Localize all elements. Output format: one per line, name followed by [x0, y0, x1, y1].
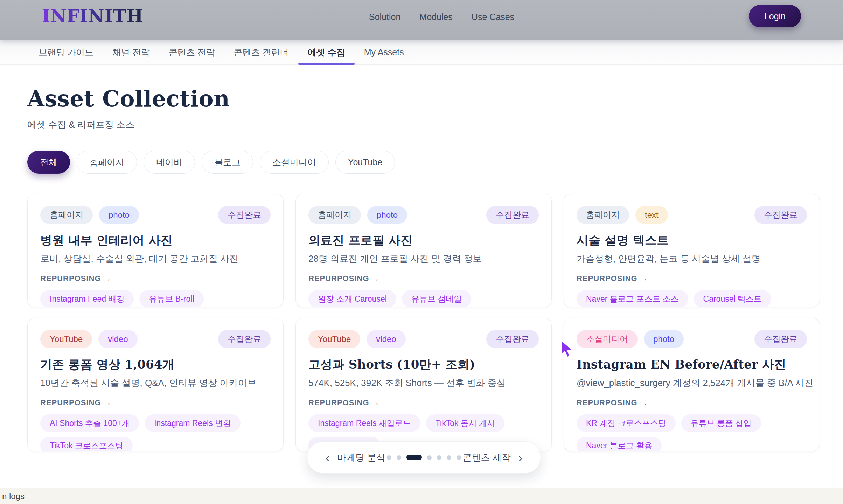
page-title: Asset Collection [27, 86, 821, 112]
asset-card[interactable]: 소셜미디어 photo 수집완료 Instagram EN Before/Aft… [564, 318, 820, 451]
login-button[interactable]: Login [749, 5, 801, 27]
repurposing-chip[interactable]: Carousel 텍스트 [694, 290, 771, 307]
repurposing-chip[interactable]: 유튜브 롱폼 삽입 [681, 414, 761, 432]
tab-my-assets[interactable]: My Assets [355, 40, 413, 64]
repurposing-chip[interactable]: KR 계정 크로스포스팅 [577, 414, 676, 432]
asset-card[interactable]: YouTube video 수집완료 기존 롱폼 영상 1,064개 10년간 … [27, 318, 284, 451]
repurposing-label: REPURPOSING → [40, 398, 271, 407]
card-tag-row: 소셜미디어 photo 수집완료 [577, 330, 807, 348]
card-tag-row: 홈페이지 photo 수집완료 [40, 206, 271, 224]
card-description: @view_plastic_surgery 계정의 2,524개 게시물 중 B… [577, 377, 807, 389]
module-tabbar: 브랜딩 가이드 채널 전략 콘텐츠 전략 콘텐츠 캘린더 에셋 수집 My As… [0, 40, 843, 65]
status-badge: 수집완료 [754, 330, 807, 348]
nav-item-solution[interactable]: Solution [369, 12, 400, 22]
tab-content-calendar[interactable]: 콘텐츠 캘린더 [224, 40, 298, 64]
repurposing-chip-row: KR 계정 크로스포스팅 유튜브 롱폼 삽입 Naver 블로그 활용 [577, 414, 807, 451]
media-type-tag: text [635, 206, 668, 224]
source-tag: 홈페이지 [577, 206, 629, 224]
top-nav: Solution Modules Use Cases [369, 0, 514, 34]
card-title: 병원 내부 인테리어 사진 [40, 232, 271, 248]
bottom-status-bar: n logs [0, 488, 843, 504]
tab-content-strategy[interactable]: 콘텐츠 전략 [159, 40, 224, 64]
carousel-next-link[interactable]: 콘텐츠 제작 [462, 451, 510, 464]
card-title: 시술 설명 텍스트 [577, 232, 807, 248]
media-type-tag: video [98, 330, 137, 348]
repurposing-chip[interactable]: Naver 블로그 활용 [577, 437, 662, 451]
repurposing-label: REPURPOSING → [40, 274, 271, 283]
card-title: 고성과 Shorts (10만+ 조회) [308, 357, 539, 373]
asset-card-grid: 홈페이지 photo 수집완료 병원 내부 인테리어 사진 로비, 상담실, 수… [27, 194, 821, 451]
asset-card[interactable]: 홈페이지 photo 수집완료 병원 내부 인테리어 사진 로비, 상담실, 수… [27, 194, 284, 307]
card-title: Instagram EN Before/After 사진 [577, 357, 807, 373]
repurposing-chip[interactable]: 유튜브 B-roll [139, 290, 203, 307]
carousel-dot-active[interactable] [406, 455, 422, 460]
card-description: 28명 의료진 개인 프로필 사진 및 경력 정보 [308, 253, 539, 265]
brand-logo[interactable]: INFINITH [42, 8, 144, 25]
card-tag-row: YouTube video 수집완료 [40, 330, 271, 348]
source-tag: 홈페이지 [308, 206, 361, 224]
repurposing-label: REPURPOSING → [577, 274, 807, 283]
nav-item-use-cases[interactable]: Use Cases [472, 12, 514, 22]
tab-branding-guide[interactable]: 브랜딩 가이드 [29, 40, 103, 64]
carousel-dot[interactable] [447, 455, 451, 460]
chevron-right-icon[interactable]: › [518, 451, 522, 463]
repurposing-chip[interactable]: AI Shorts 추출 100+개 [40, 414, 139, 432]
chevron-left-icon[interactable]: ‹ [326, 451, 329, 463]
repurposing-label: REPURPOSING → [577, 398, 807, 407]
page-subtitle: 에셋 수집 & 리퍼포징 소스 [27, 119, 821, 131]
carousel-dots [385, 455, 463, 460]
status-badge: 수집완료 [486, 206, 539, 224]
source-tag: YouTube [40, 330, 92, 348]
media-type-tag: photo [367, 206, 407, 224]
carousel-dot[interactable] [387, 455, 391, 460]
repurposing-chip[interactable]: Instagram Reels 변환 [145, 414, 241, 432]
repurposing-chip-row: Naver 블로그 포스트 소스 Carousel 텍스트 광고 카피 [577, 290, 807, 307]
carousel-dot[interactable] [437, 455, 441, 460]
tab-asset-collection[interactable]: 에셋 수집 [298, 40, 355, 64]
footer-logs-text: n logs [2, 491, 25, 501]
source-tag: 소셜미디어 [577, 330, 638, 348]
filter-bar: 전체 홈페이지 네이버 블로그 소셜미디어 YouTube [27, 150, 821, 174]
asset-card[interactable]: YouTube video 수집완료 고성과 Shorts (10만+ 조회) … [295, 318, 552, 451]
card-title: 기존 롱폼 영상 1,064개 [40, 357, 271, 373]
repurposing-chip[interactable]: TikTok 크로스포스팅 [40, 437, 133, 451]
carousel-dot[interactable] [457, 455, 461, 460]
repurposing-label: REPURPOSING → [308, 398, 539, 407]
tab-channel-strategy[interactable]: 채널 전략 [103, 40, 159, 64]
nav-item-modules[interactable]: Modules [419, 12, 453, 22]
repurposing-chip-row: Instagram Feed 배경 유튜브 B-roll Naver 블로그 대… [40, 290, 271, 307]
carousel-dot[interactable] [427, 455, 432, 460]
filter-blog[interactable]: 블로그 [202, 150, 253, 174]
repurposing-chip[interactable]: TikTok 동시 게시 [426, 414, 504, 432]
carousel-dot[interactable] [397, 455, 401, 460]
filter-homepage[interactable]: 홈페이지 [77, 150, 137, 174]
card-tag-row: 홈페이지 text 수집완료 [577, 206, 807, 224]
card-description: 로비, 상담실, 수술실 외관, 대기 공간 고화질 사진 [40, 253, 271, 265]
repurposing-chip-row: AI Shorts 추출 100+개 Instagram Reels 변환 Ti… [40, 414, 271, 451]
card-description: 10년간 축적된 시술 설명, Q&A, 인터뷰 영상 아카이브 [40, 377, 271, 389]
repurposing-chip-row: 원장 소개 Carousel 유튜브 섬네일 네이버 블로그 프로필 [308, 290, 539, 307]
media-type-tag: photo [99, 206, 139, 224]
card-tag-row: YouTube video 수집완료 [308, 330, 539, 348]
card-title: 의료진 프로필 사진 [308, 232, 539, 248]
card-tag-row: 홈페이지 photo 수집완료 [308, 206, 539, 224]
repurposing-chip[interactable]: Instagram Feed 배경 [40, 290, 134, 307]
asset-card[interactable]: 홈페이지 text 수집완료 시술 설명 텍스트 가슴성형, 안면윤곽, 눈코 … [564, 194, 820, 307]
filter-youtube[interactable]: YouTube [335, 150, 395, 174]
status-badge: 수집완료 [218, 330, 271, 348]
repurposing-chip[interactable]: Naver 블로그 포스트 소스 [577, 290, 688, 307]
filter-naver[interactable]: 네이버 [144, 150, 195, 174]
repurposing-chip[interactable]: 원장 소개 Carousel [308, 290, 396, 307]
source-tag: 홈페이지 [40, 206, 93, 224]
media-type-tag: photo [644, 330, 684, 348]
asset-card[interactable]: 홈페이지 photo 수집완료 의료진 프로필 사진 28명 의료진 개인 프로… [295, 194, 552, 307]
repurposing-chip[interactable]: Instagram Reels 재업로드 [308, 414, 420, 432]
status-badge: 수집완료 [218, 206, 271, 224]
repurposing-chip[interactable]: 유튜브 섬네일 [402, 290, 471, 307]
main-content: Asset Collection 에셋 수집 & 리퍼포징 소스 전체 홈페이지… [0, 65, 843, 451]
status-badge: 수집완료 [486, 330, 539, 348]
carousel-prev-link[interactable]: 마케팅 분석 [337, 451, 385, 464]
card-description: 574K, 525K, 392K 조회 Shorts — 전후 변화 중심 [308, 377, 539, 389]
filter-social-media[interactable]: 소셜미디어 [260, 150, 329, 174]
filter-all[interactable]: 전체 [27, 150, 70, 174]
